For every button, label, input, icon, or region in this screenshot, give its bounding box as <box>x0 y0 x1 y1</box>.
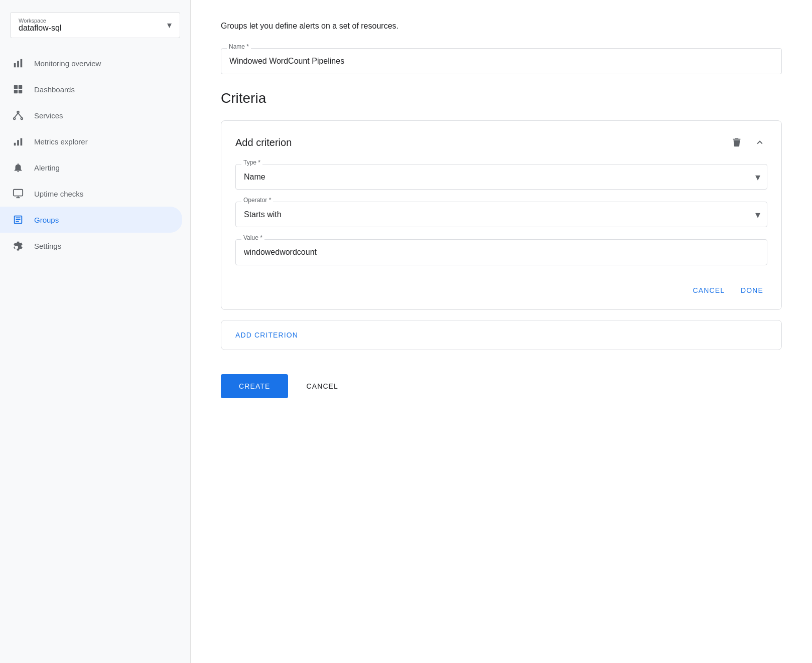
bar-chart-icon <box>12 135 24 147</box>
sidebar-item-services-label: Services <box>34 111 63 120</box>
delete-criterion-button[interactable] <box>729 135 744 150</box>
sidebar-item-monitoring-overview-label: Monitoring overview <box>34 59 101 68</box>
sidebar-item-alerting[interactable]: Alerting <box>0 154 182 181</box>
criterion-footer: CANCEL DONE <box>235 281 767 299</box>
cancel-button[interactable]: CANCEL <box>296 374 348 398</box>
operator-field-container: Operator * Starts with ▾ <box>235 202 767 227</box>
svg-line-11 <box>18 113 22 117</box>
chart-bar-icon <box>12 57 24 69</box>
criterion-header: Add criterion <box>235 135 767 150</box>
svg-rect-14 <box>21 138 23 146</box>
workspace-label: Workspace <box>19 18 61 24</box>
svg-rect-2 <box>21 59 23 68</box>
svg-rect-13 <box>17 140 19 145</box>
svg-point-8 <box>14 118 16 120</box>
main-content: Groups let you define alerts on a set of… <box>191 0 812 663</box>
operator-field-select[interactable]: Starts with <box>235 202 767 227</box>
sidebar-item-dashboards-label: Dashboards <box>34 85 75 94</box>
svg-point-7 <box>17 111 19 113</box>
svg-rect-6 <box>19 90 22 93</box>
sidebar-item-settings[interactable]: Settings <box>0 233 182 259</box>
sidebar-item-groups[interactable]: Groups <box>0 207 182 233</box>
add-criterion-container: ADD CRITERION <box>221 320 782 350</box>
sidebar-item-monitoring-overview[interactable]: Monitoring overview <box>0 50 182 76</box>
description-text: Groups let you define alerts on a set of… <box>221 20 782 32</box>
groups-icon <box>12 214 24 226</box>
sidebar-item-settings-label: Settings <box>34 242 61 250</box>
workspace-value: dataflow-sql <box>19 24 61 32</box>
svg-rect-15 <box>14 190 23 196</box>
type-field-container: Type * Name ▾ <box>235 164 767 190</box>
gear-icon <box>12 240 24 252</box>
svg-rect-0 <box>14 63 16 67</box>
svg-rect-12 <box>14 143 16 146</box>
criterion-title: Add criterion <box>235 137 292 148</box>
chevron-up-icon <box>754 137 765 148</box>
grid-icon <box>12 83 24 95</box>
action-buttons: CREATE CANCEL <box>221 374 782 398</box>
sidebar-item-groups-label: Groups <box>34 216 59 224</box>
svg-point-9 <box>21 118 23 120</box>
name-field-label: Name * <box>227 43 251 50</box>
create-button[interactable]: CREATE <box>221 374 288 398</box>
sidebar-item-metrics-explorer[interactable]: Metrics explorer <box>0 128 182 154</box>
criterion-card: Add criterion Type * Name ▾ <box>221 120 782 310</box>
sidebar-item-metrics-explorer-label: Metrics explorer <box>34 137 88 146</box>
sidebar-item-services[interactable]: Services <box>0 102 182 128</box>
workspace-selector[interactable]: Workspace dataflow-sql ▾ <box>10 12 180 38</box>
svg-line-10 <box>15 113 18 117</box>
svg-rect-4 <box>19 85 22 89</box>
sidebar-item-alerting-label: Alerting <box>34 163 60 172</box>
operator-field-label: Operator * <box>241 197 273 204</box>
sidebar-item-dashboards[interactable]: Dashboards <box>0 76 182 102</box>
sidebar: Workspace dataflow-sql ▾ Monitoring over… <box>0 0 191 663</box>
name-field-container: Name * <box>221 48 782 74</box>
add-criterion-button[interactable]: ADD CRITERION <box>235 331 298 339</box>
value-field-input[interactable] <box>235 239 767 265</box>
value-field-label: Value * <box>241 234 264 241</box>
svg-rect-3 <box>14 85 18 89</box>
graph-node-icon <box>12 109 24 121</box>
value-field-container: Value * <box>235 239 767 265</box>
criterion-actions <box>729 135 767 150</box>
name-field-input[interactable] <box>221 48 782 74</box>
bell-icon <box>12 161 24 174</box>
sidebar-item-uptime-checks[interactable]: Uptime checks <box>0 181 182 207</box>
criteria-heading: Criteria <box>221 90 782 106</box>
monitor-icon <box>12 188 24 200</box>
collapse-criterion-button[interactable] <box>752 135 767 150</box>
criterion-cancel-button[interactable]: CANCEL <box>689 281 729 299</box>
criterion-done-button[interactable]: DONE <box>737 281 767 299</box>
svg-rect-1 <box>17 61 19 67</box>
type-field-label: Type * <box>241 159 262 166</box>
svg-rect-5 <box>14 90 18 93</box>
workspace-dropdown-arrow: ▾ <box>167 20 172 31</box>
trash-icon <box>731 137 742 148</box>
sidebar-item-uptime-checks-label: Uptime checks <box>34 190 83 198</box>
type-field-select[interactable]: Name <box>235 164 767 190</box>
